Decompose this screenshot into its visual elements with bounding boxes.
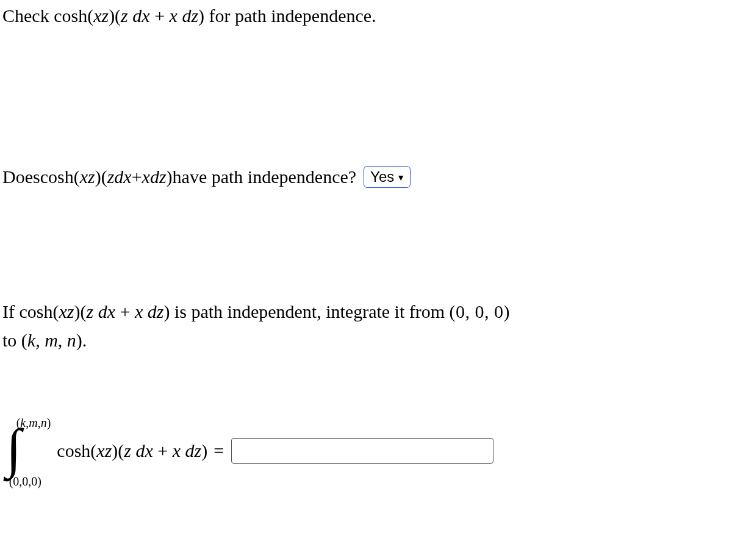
cosh-fn: cosh( [40,166,80,188]
plus: + [153,440,173,461]
integral-symbol-group: ∫ (k,m,n) (0,0,0) [6,422,52,480]
paren-mid: )( [74,301,86,321]
cosh-fn: cosh( [57,440,96,461]
upper-limit: (k,m,n) [16,415,51,430]
dx: dx [131,440,153,461]
var-x: x [142,166,150,188]
chevron-down-icon: ▼ [396,173,405,183]
plus: + [115,301,135,321]
paren-mid: )( [95,166,107,188]
paren-close: ) [163,301,170,321]
prompt-line: Check cosh(xz)(z dx + x dz) for path ind… [2,5,726,27]
instruction-prefix: If [2,301,19,321]
paren-close: ) [198,5,204,26]
var-z: z [121,5,128,26]
arg-xz: xz [96,440,112,461]
path-independence-dropdown[interactable]: Yes ▼ [364,166,411,188]
question-line: Does cosh(xz)(z dx + x dz) have path ind… [2,166,726,188]
dz: dz [178,5,198,26]
instruction-mid: is path independent, integrate it from [170,301,449,321]
paren-mid: )( [112,440,124,461]
to-c2: , [58,330,67,350]
dz: dz [150,166,167,188]
paren-close: ) [201,440,207,461]
to-n: n [67,330,76,350]
arg-xz: xz [80,166,95,188]
dropdown-value: Yes [370,168,394,186]
var-z: z [124,440,131,461]
dx: dx [93,301,115,321]
arg-xz: xz [59,301,74,321]
equals-sign: = [214,440,224,462]
var-z: z [107,166,115,188]
integrand: cosh(xz)(z dx + x dz) [57,440,207,462]
to-close: ). [76,330,87,350]
lower-limit: (0,0,0) [9,474,41,489]
to-m: m [45,330,58,350]
paren-mid: )( [109,5,121,26]
plus: + [132,166,142,188]
cosh-fn: cosh( [19,301,59,321]
paren-close: ) [167,166,173,188]
var-x: x [173,440,181,461]
to-c1: , [35,330,45,350]
arg-xz: xz [93,5,109,26]
dx: dx [114,166,131,188]
integral-line: ∫ (k,m,n) (0,0,0) cosh(xz)(z dx + x dz) … [2,422,726,480]
question-prefix: Does [2,166,40,188]
var-x: x [170,5,178,26]
prompt-prefix: Check [2,5,54,26]
integral-limits: (k,m,n) (0,0,0) [18,422,52,480]
to-open: ( [21,330,27,350]
plus: + [150,5,170,26]
var-x: x [135,301,143,321]
to-word: to [2,330,21,350]
from-point: (0, 0, 0) [450,301,510,321]
integral-icon: ∫ [6,425,21,472]
dz: dz [143,301,163,321]
question-suffix: have path independence? [173,166,357,188]
integral-answer-input[interactable] [231,438,493,464]
dx: dx [128,5,150,26]
cosh-fn: cosh( [54,5,93,26]
dz: dz [181,440,201,461]
instruction-paragraph: If cosh(xz)(z dx + x dz) is path indepen… [2,298,726,354]
to-k: k [27,330,35,350]
prompt-suffix: for path independence. [204,5,376,26]
var-z: z [86,301,93,321]
